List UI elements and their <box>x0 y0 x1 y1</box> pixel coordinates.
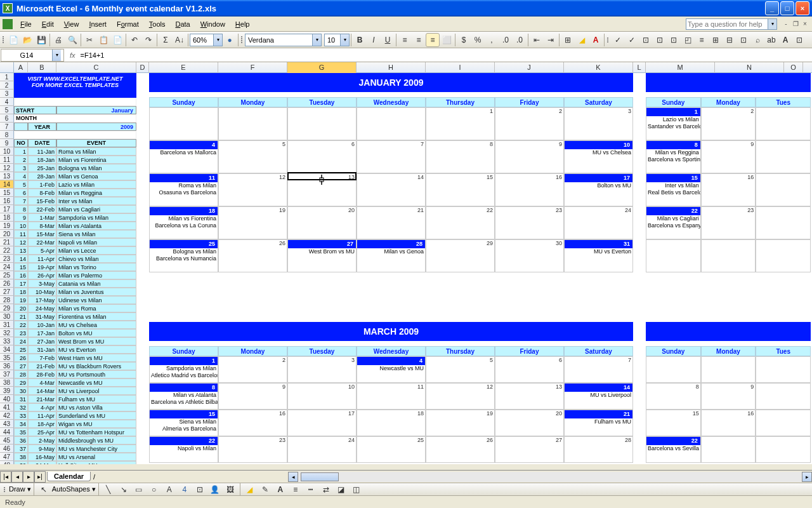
calendar-cell[interactable] <box>756 107 811 140</box>
column-header-B[interactable]: B <box>28 62 56 73</box>
calendar-cell[interactable]: 27West Brom vs MU <box>287 239 357 272</box>
row-header-12[interactable]: 12 <box>0 164 14 172</box>
calendar-cell[interactable] <box>756 140 811 173</box>
calendar-cell[interactable]: 22 <box>426 206 495 239</box>
close-button[interactable]: × <box>796 1 809 15</box>
row-header-10[interactable]: 10 <box>0 147 14 156</box>
row-header-45[interactable]: 45 <box>0 436 14 444</box>
select-objects-button[interactable]: ↖ <box>37 483 51 497</box>
calendar-cell[interactable]: 3 <box>564 107 633 140</box>
sort-button[interactable]: A↓ <box>173 33 187 47</box>
calendar-cell[interactable]: 8Milan vs AtalantaBarcelona vs Athletic … <box>149 383 218 410</box>
calendar-cell[interactable]: 22Milan vs CagliariBarcelona vs Espanyol <box>646 206 701 239</box>
calendar-cell[interactable]: 20 <box>495 410 564 436</box>
autoshapes-menu[interactable]: AutoShapes ▾ <box>52 485 96 493</box>
calendar-cell[interactable] <box>701 356 756 383</box>
sheet-tab-calendar[interactable]: Calendar <box>47 472 91 481</box>
calendar-cell[interactable]: 10MU vs Chelsea <box>564 140 633 173</box>
preview-button[interactable]: 🔍 <box>65 33 79 47</box>
textbox-button[interactable]: A <box>162 483 176 497</box>
shadow-button[interactable]: ◪ <box>334 483 348 497</box>
row-header-5[interactable]: 5 <box>0 106 14 114</box>
row-header-21[interactable]: 21 <box>0 238 14 246</box>
calendar-cell[interactable] <box>756 436 811 463</box>
start-month-value[interactable]: January <box>56 106 136 114</box>
draw-menu[interactable]: Draw ▾ <box>9 485 31 493</box>
calendar-cell[interactable]: 24 <box>287 436 357 463</box>
row-header-33[interactable]: 33 <box>0 337 14 345</box>
undo-button[interactable]: ↶ <box>128 33 141 47</box>
tab-nav-prev[interactable]: ◂ <box>11 471 23 483</box>
calendar-cell[interactable] <box>646 239 701 272</box>
row-header-28[interactable]: 28 <box>0 296 14 304</box>
currency-button[interactable]: $ <box>457 33 471 47</box>
calendar-cell[interactable]: 25Bologna vs MilanBarcelona vs Numancia <box>149 239 218 272</box>
calendar-cell[interactable]: 7 <box>357 140 426 173</box>
column-header-F[interactable]: F <box>218 62 287 73</box>
calendar-cell[interactable]: 19 <box>218 206 287 239</box>
calendar-cell[interactable] <box>646 356 701 383</box>
row-header-34[interactable]: 34 <box>0 345 14 354</box>
event-row[interactable]: 822-FebMilan vs Cagliari <box>14 205 136 213</box>
event-row[interactable]: 68-FebMilan vs Reggina <box>14 189 136 197</box>
event-row[interactable]: 1626-AprMilan vs Palermo <box>14 271 136 279</box>
row-header-6[interactable]: 6 <box>0 114 14 123</box>
menu-insert[interactable]: Insert <box>84 19 112 29</box>
calendar-cell[interactable]: 18 <box>357 410 426 436</box>
calendar-cell[interactable]: 18Milan vs FiorentinaBarcelona vs La Cor… <box>149 206 218 239</box>
event-row[interactable]: 135-AprMilan vs Lecce <box>14 246 136 255</box>
select-all-corner[interactable] <box>0 62 14 73</box>
row-header-17[interactable]: 17 <box>0 205 14 213</box>
column-header-N[interactable]: N <box>715 62 784 73</box>
calendar-cell[interactable]: 2 <box>218 356 287 383</box>
decimal-dec-button[interactable]: .0 <box>513 33 527 47</box>
calendar-cell[interactable]: 26 <box>426 436 495 463</box>
calendar-cell[interactable]: 12 <box>426 383 495 410</box>
calendar-cell[interactable]: 21Fulham vs MU <box>564 410 633 436</box>
maximize-button[interactable]: □ <box>780 1 794 15</box>
row-header-8[interactable]: 8 <box>0 131 14 139</box>
event-row[interactable]: 2531-JanMU vs Everton <box>14 345 136 354</box>
calendar-cell[interactable]: 22Napoli vs Milan <box>149 436 218 463</box>
calendar-cell[interactable]: 2 <box>701 107 756 140</box>
horizontal-scrollbar[interactable]: ◂▸ <box>288 472 812 482</box>
oval-button[interactable]: ○ <box>147 483 161 497</box>
calendar-cell[interactable]: 16 <box>218 410 287 436</box>
calendar-cell[interactable]: 9 <box>218 383 287 410</box>
event-row[interactable]: 51-FebLazio vs Milan <box>14 180 136 189</box>
calendar-cell[interactable]: 15Siena vs MilanAlmeria vs Barcelona <box>149 410 218 436</box>
new-button[interactable]: 📄 <box>6 33 20 47</box>
cells-area[interactable]: VISIT WWW.EXCELTEMPLATE.NETFOR MORE EXCE… <box>14 73 812 464</box>
comma-button[interactable]: , <box>485 33 499 47</box>
column-header-O[interactable]: O <box>784 62 803 73</box>
row-header-7[interactable]: 7 <box>0 123 14 131</box>
event-row[interactable]: 294-MarNewcastle vs MU <box>14 378 136 387</box>
rectangle-button[interactable]: ▭ <box>132 483 146 497</box>
event-row[interactable]: 1810-MayMilan vs Juventus <box>14 288 136 296</box>
calendar-cell[interactable]: 1 <box>426 107 495 140</box>
borders-button[interactable]: ⊞ <box>561 33 575 47</box>
calendar-cell[interactable] <box>357 107 426 140</box>
percent-button[interactable]: % <box>471 33 485 47</box>
extra-btn-5[interactable]: ⊡ <box>667 33 681 47</box>
calendar-cell[interactable]: 21 <box>357 206 426 239</box>
italic-button[interactable]: I <box>367 33 381 47</box>
event-row[interactable]: 3311-AprSunderland vs MU <box>14 411 136 420</box>
calendar-cell[interactable]: 17Bolton vs MU <box>564 173 633 206</box>
row-header-47[interactable]: 47 <box>0 453 14 461</box>
align-center-button[interactable]: ≡ <box>412 33 426 47</box>
clipart-button[interactable]: 👤 <box>208 483 222 497</box>
row-headers[interactable]: 1234567891011121314151617181920212223242… <box>0 73 14 464</box>
row-header-40[interactable]: 40 <box>0 395 14 403</box>
event-row[interactable]: 324-AprMU vs Aston Villa <box>14 403 136 411</box>
calendar-cell[interactable]: 9 <box>495 140 564 173</box>
calendar-cell[interactable]: 13 <box>495 383 564 410</box>
dash-style-button[interactable]: ┅ <box>304 483 318 497</box>
row-header-19[interactable]: 19 <box>0 222 14 230</box>
row-header-38[interactable]: 38 <box>0 378 14 387</box>
calendar-cell[interactable]: 15 <box>426 173 495 206</box>
row-header-11[interactable]: 11 <box>0 156 14 164</box>
fontsize-box[interactable]: ▾ <box>324 34 350 46</box>
calendar-cell[interactable]: 11 <box>357 383 426 410</box>
calendar-cell[interactable] <box>218 107 287 140</box>
